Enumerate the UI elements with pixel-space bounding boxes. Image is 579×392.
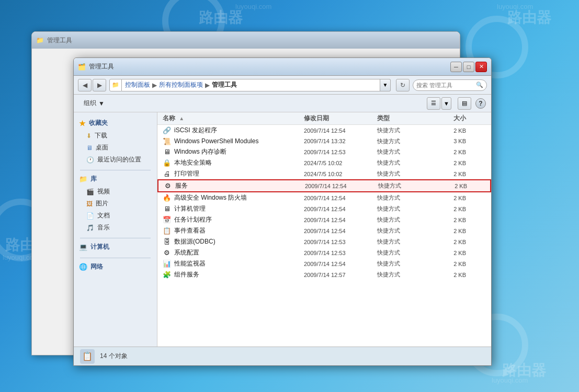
network-label: 网络: [90, 262, 103, 271]
file-item-1[interactable]: 📜 Windows PowerShell Modules 2009/7/14 1…: [157, 136, 491, 146]
sidebar-divider-3: [80, 258, 151, 258]
titlebar-buttons: ─ □ ✕: [450, 62, 487, 72]
refresh-button[interactable]: ↻: [396, 79, 410, 91]
nav-buttons: ◀ ▶: [78, 79, 106, 91]
file-cell-name-1: 📜 Windows PowerShell Modules: [157, 137, 304, 145]
view-list-button[interactable]: ☰: [427, 97, 440, 110]
file-cell-type-7: 快捷方式: [377, 205, 429, 213]
file-cell-size-0: 2 KB: [429, 128, 471, 134]
sidebar-item-recent[interactable]: 🕐 最近访问的位置: [76, 154, 155, 166]
column-size-header[interactable]: 大小: [429, 114, 471, 123]
file-name-8: 任务计划程序: [174, 215, 212, 224]
forward-button[interactable]: ▶: [93, 79, 106, 91]
file-cell-name-0: 🔗 iSCSI 发起程序: [157, 126, 304, 135]
help-button[interactable]: ?: [475, 98, 486, 109]
column-type-header[interactable]: 类型: [377, 114, 429, 123]
status-count: 14 个对象: [100, 352, 128, 361]
sidebar-library-header[interactable]: 📁 库: [76, 172, 155, 186]
file-item-6[interactable]: 🔥 高级安全 Windows 防火墙 2009/7/14 12:54 快捷方式 …: [157, 192, 491, 203]
file-item-2[interactable]: 🖥 Windows 内存诊断 2009/7/14 12:53 快捷方式 2 KB: [157, 146, 491, 157]
search-icon: 🔍: [476, 82, 483, 88]
file-item-13[interactable]: 🧩 组件服务 2009/7/14 12:57 快捷方式 2 KB: [157, 269, 491, 280]
file-item-0[interactable]: 🔗 iSCSI 发起程序 2009/7/14 12:54 快捷方式 2 KB: [157, 125, 491, 136]
search-input[interactable]: [416, 82, 474, 88]
file-cell-type-8: 快捷方式: [377, 216, 429, 224]
sidebar-item-video-label: 视频: [97, 187, 110, 196]
file-item-12[interactable]: 📊 性能监视器 2009/7/14 12:54 快捷方式 2 KB: [157, 258, 491, 269]
file-cell-size-12: 2 KB: [429, 261, 471, 267]
organize-arrow: ▼: [98, 100, 105, 107]
organize-button[interactable]: 组织 ▼: [79, 97, 109, 110]
bg-titlebar: 📁 管理工具: [32, 32, 460, 49]
watermark-url-1: luyouqi.com: [235, 3, 271, 10]
library-label: 库: [90, 175, 97, 183]
file-icon-13: 🧩: [163, 271, 171, 279]
path-sep-2: ▶: [205, 82, 210, 89]
sidebar-item-desktop-label: 桌面: [96, 143, 108, 152]
file-name-4: 打印管理: [174, 169, 199, 178]
file-cell-type-12: 快捷方式: [377, 260, 429, 268]
minimize-button[interactable]: ─: [450, 62, 462, 72]
file-cell-name-11: ⚙ 系统配置: [157, 248, 304, 257]
file-cell-name-10: 🗄 数据源(ODBC): [157, 237, 304, 246]
file-cell-name-2: 🖥 Windows 内存诊断: [157, 147, 304, 156]
sidebar-item-document[interactable]: 📄 文档: [76, 210, 155, 222]
toolbar: 组织 ▼ ☰ ▼ ▤ ?: [74, 95, 491, 112]
close-button[interactable]: ✕: [475, 62, 487, 72]
download-icon: ⬇: [86, 132, 92, 140]
address-path[interactable]: 控制面板 ▶ 所有控制面板项 ▶ 管理工具: [122, 79, 380, 91]
file-item-4[interactable]: 🖨 打印管理 2024/7/5 10:02 快捷方式 2 KB: [157, 168, 491, 179]
sidebar: ★ 收藏夹 ⬇ 下载 🖥 桌面 🕐 最近访问的位置: [74, 112, 157, 347]
file-cell-name-5: ⚙ 服务: [158, 181, 305, 190]
column-date-header[interactable]: 修改日期: [304, 114, 377, 123]
file-name-3: 本地安全策略: [174, 158, 212, 167]
back-button[interactable]: ◀: [78, 79, 92, 91]
document-icon: 📄: [86, 212, 94, 220]
sort-arrow: ▲: [179, 116, 184, 121]
address-dropdown-button[interactable]: ▼: [380, 79, 391, 91]
file-item-11[interactable]: ⚙ 系统配置 2009/7/14 12:53 快捷方式 2 KB: [157, 247, 491, 258]
watermark-text-2: 路由器: [507, 8, 551, 28]
view-dropdown-button[interactable]: ▼: [441, 97, 451, 110]
file-item-9[interactable]: 📋 事件查看器 2009/7/14 12:54 快捷方式 2 KB: [157, 225, 491, 236]
library-folder-icon: 📁: [79, 175, 87, 183]
path-part-2[interactable]: 所有控制面板项: [159, 80, 203, 89]
sidebar-network-header[interactable]: 🌐 网络: [76, 260, 155, 273]
sidebar-item-download[interactable]: ⬇ 下载: [76, 130, 155, 142]
pane-button[interactable]: ▤: [458, 97, 471, 110]
file-name-11: 系统配置: [174, 248, 199, 257]
maximize-button[interactable]: □: [463, 62, 474, 72]
file-cell-date-4: 2024/7/5 10:02: [304, 171, 377, 177]
network-icon: 🌐: [79, 263, 87, 271]
file-cell-date-10: 2009/7/14 12:53: [304, 239, 377, 245]
sidebar-computer-header[interactable]: 💻 计算机: [76, 240, 155, 253]
view-buttons: ☰ ▼: [427, 97, 451, 110]
search-box[interactable]: 🔍: [413, 79, 487, 91]
sidebar-item-video[interactable]: 🎬 视频: [76, 186, 155, 198]
sidebar-item-music[interactable]: 🎵 音乐: [76, 222, 155, 234]
file-item-5[interactable]: ⚙ 服务 2009/7/14 12:54 快捷方式 2 KB: [157, 179, 491, 192]
file-cell-date-2: 2009/7/14 12:53: [304, 149, 377, 155]
file-cell-size-6: 2 KB: [429, 195, 471, 201]
address-folder-icon: 📁: [109, 79, 122, 91]
sidebar-favorites-header[interactable]: ★ 收藏夹: [76, 117, 155, 130]
sidebar-computer-section: 💻 计算机: [76, 240, 155, 253]
file-cell-size-7: 2 KB: [429, 206, 471, 212]
path-part-1[interactable]: 控制面板: [125, 80, 150, 89]
window-title: 管理工具: [89, 62, 114, 71]
file-name-7: 计算机管理: [174, 204, 206, 213]
column-name-header[interactable]: 名称 ▲: [157, 114, 304, 123]
file-item-10[interactable]: 🗄 数据源(ODBC) 2009/7/14 12:53 快捷方式 2 KB: [157, 236, 491, 247]
window-icon: 🗂️: [78, 63, 86, 71]
sidebar-item-picture[interactable]: 🖼 图片: [76, 198, 155, 210]
file-cell-size-3: 2 KB: [429, 160, 471, 166]
sidebar-item-desktop[interactable]: 🖥 桌面: [76, 142, 155, 154]
file-name-10: 数据源(ODBC): [174, 237, 215, 246]
file-item-3[interactable]: 🔒 本地安全策略 2024/7/5 10:02 快捷方式 2 KB: [157, 157, 491, 168]
file-name-13: 组件服务: [174, 270, 199, 279]
file-item-7[interactable]: 🖥 计算机管理 2009/7/14 12:54 快捷方式 2 KB: [157, 203, 491, 214]
file-list: 🔗 iSCSI 发起程序 2009/7/14 12:54 快捷方式 2 KB 📜…: [157, 125, 491, 347]
file-item-8[interactable]: 📅 任务计划程序 2009/7/14 12:54 快捷方式 2 KB: [157, 214, 491, 225]
file-cell-type-9: 快捷方式: [377, 227, 429, 235]
video-icon: 🎬: [86, 188, 94, 195]
